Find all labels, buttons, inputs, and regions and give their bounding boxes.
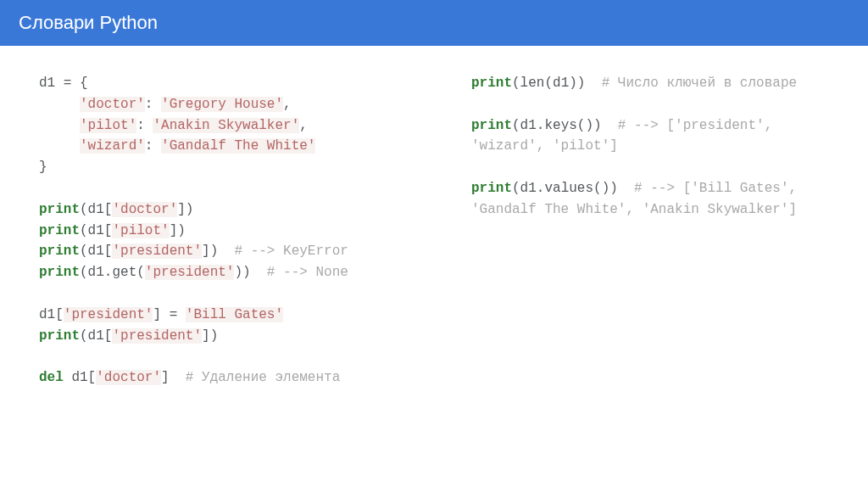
code-column-left: d1 = { 'doctor': 'Gregory House', 'pilot… (14, 66, 412, 395)
slide-header: Словари Python (0, 0, 868, 46)
code-column-right: print(len(d1)) # Число ключей в словаре … (446, 66, 854, 395)
code-block-left: d1 = { 'doctor': 'Gregory House', 'pilot… (39, 73, 387, 389)
slide-content: d1 = { 'doctor': 'Gregory House', 'pilot… (0, 46, 868, 416)
slide-title: Словари Python (19, 12, 158, 33)
code-block-right: print(len(d1)) # Число ключей в словаре … (471, 73, 829, 221)
